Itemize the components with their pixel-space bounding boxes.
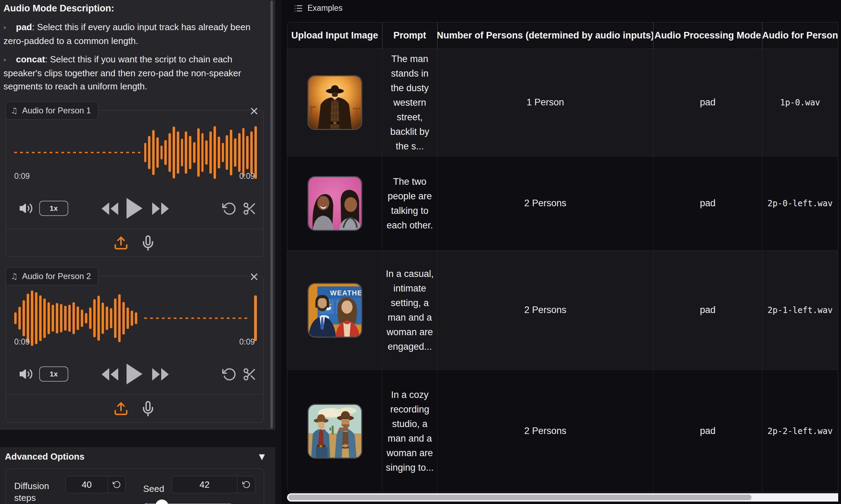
audio-mode-title: Audio Mode Description: (3, 1, 264, 15)
rewind-icon[interactable] (102, 202, 119, 215)
svg-text:WEATHER: WEATHER (330, 289, 361, 297)
example-row-1-mode-cell[interactable]: pad (653, 49, 762, 156)
example-image-pink-duo[interactable] (307, 176, 362, 231)
example-row-3-mode-cell[interactable]: pad (653, 251, 762, 370)
diffusion-steps-input[interactable] (66, 476, 107, 493)
collapse-arrow-icon: ▼ (259, 452, 265, 461)
music-note-icon: ♫ (11, 106, 18, 115)
horizontal-scrollbar-thumb[interactable] (288, 495, 752, 500)
example-row-2-audio-cell[interactable]: 2p-0-left.wav (762, 156, 838, 251)
bullet-concat: ◦concat: Select this if you want the scr… (3, 53, 264, 93)
example-row-3-audio-cell[interactable]: 2p-1-left.wav (762, 251, 838, 370)
example-image-weather-anchors[interactable]: WEATHER (307, 283, 362, 338)
playback-speed-button[interactable]: 1x (39, 201, 68, 216)
column-header-2: Prompt (382, 23, 437, 49)
music-note-icon: ♫ (11, 272, 18, 281)
player-1-controls: 1x (6, 194, 263, 223)
example-row-4-mode-cell[interactable]: pad (653, 370, 762, 492)
advanced-options-title: Advanced Options (5, 451, 85, 462)
example-row-1-image-cell[interactable] (287, 49, 382, 156)
undo-trim-icon[interactable] (222, 367, 237, 382)
left-panel: Audio Mode Description: ◦pad: Select thi… (0, 0, 275, 430)
waveform-2-endbar (254, 295, 257, 341)
play-icon[interactable] (126, 364, 142, 384)
app-root: Audio Mode Description: ◦pad: Select thi… (0, 0, 841, 504)
elapsed-time: 0:09 (14, 337, 30, 347)
diffusion-steps-input-group (66, 476, 126, 493)
example-row-2-image-cell[interactable] (287, 156, 382, 251)
diffusion-steps-label: Diffusion steps (14, 480, 56, 504)
volume-icon[interactable] (19, 201, 33, 215)
upload-audio-icon[interactable] (113, 401, 129, 416)
fast-forward-icon[interactable] (151, 202, 169, 215)
rewind-icon[interactable] (102, 368, 119, 381)
seed-input[interactable] (172, 476, 237, 493)
example-row-2-prompt-cell[interactable]: The two people are talking to each other… (382, 156, 437, 251)
trim-scissors-icon[interactable] (242, 367, 257, 382)
bullet-circle-icon: ◦ (3, 21, 16, 34)
upload-audio-icon[interactable] (113, 235, 129, 251)
example-image-cowboy-sunset[interactable] (307, 75, 362, 130)
audio-player-person-2: ♫ Audio for Person 2 × 0:09 0:09 1x (6, 276, 263, 423)
fast-forward-icon[interactable] (151, 368, 169, 381)
example-row-1-audio-cell[interactable]: 1p-0.wav (762, 49, 838, 156)
player-1-source-row (6, 229, 263, 257)
example-row-2-mode-cell[interactable]: pad (653, 156, 762, 251)
audio-player-2-label: ♫ Audio for Person 2 (6, 267, 98, 285)
example-row-3-persons-cell[interactable]: 2 Persons (437, 251, 653, 370)
example-row-1-persons-cell[interactable]: 1 Person (437, 49, 653, 156)
horizontal-scrollbar[interactable] (287, 493, 838, 502)
seed-input-group (172, 476, 255, 493)
examples-table: Upload Input ImagePromptNumber of Person… (287, 22, 838, 492)
left-panel-scrollbar[interactable] (270, 1, 273, 428)
waveform-2-silence (144, 318, 250, 319)
audio-player-person-1: ♫ Audio for Person 1 × 0:09 0:09 1x (6, 110, 263, 257)
examples-panel: Examples Upload Input ImagePromptNumber … (281, 0, 841, 504)
list-icon (294, 4, 303, 13)
examples-title: Examples (307, 3, 343, 13)
reset-icon[interactable] (107, 476, 125, 493)
example-row-4-prompt-cell[interactable]: In a cozy recording studio, a man and a … (382, 370, 437, 492)
total-time: 0:09 (239, 172, 255, 181)
bullet-pad: ◦pad: Select this if every audio input t… (3, 20, 264, 47)
example-row-4-persons-cell[interactable]: 2 Persons (437, 370, 653, 492)
example-row-1-prompt-cell[interactable]: The man stands in the dusty western stre… (382, 49, 437, 156)
seed-label: Seed (143, 483, 164, 495)
trim-scissors-icon[interactable] (242, 201, 257, 216)
column-header-5: Audio for Person (762, 23, 838, 49)
advanced-options-section: Advanced Options ▼ Diffusion steps Seed (0, 447, 275, 504)
example-row-3-prompt-cell[interactable]: In a casual, intimate setting, a man and… (382, 251, 437, 370)
example-row-2-persons-cell[interactable]: 2 Persons (437, 156, 653, 251)
total-time: 0:09 (239, 337, 255, 347)
advanced-options-header[interactable]: Advanced Options ▼ (5, 451, 265, 462)
play-icon[interactable] (126, 198, 142, 219)
player-2-controls: 1x (6, 359, 263, 389)
microphone-icon[interactable] (140, 235, 156, 251)
clear-audio-2-button[interactable]: × (248, 270, 260, 283)
time-row-1: 0:09 0:09 (14, 172, 255, 181)
audio-player-1-label: ♫ Audio for Person 1 (6, 102, 98, 120)
audio-mode-description: Audio Mode Description: ◦pad: Select thi… (3, 1, 264, 93)
player-2-source-row (6, 395, 263, 423)
volume-icon[interactable] (19, 367, 33, 381)
advanced-options-box: Diffusion steps Seed (6, 469, 264, 504)
playback-speed-button[interactable]: 1x (39, 366, 68, 382)
undo-trim-icon[interactable] (222, 201, 237, 216)
example-row-4-audio-cell[interactable]: 2p-2-left.wav (762, 370, 838, 492)
time-row-2: 0:09 0:09 (14, 337, 255, 347)
reset-icon[interactable] (237, 476, 255, 493)
example-image-cowboy-illustration[interactable] (307, 404, 362, 459)
microphone-icon[interactable] (140, 401, 156, 416)
example-row-4-image-cell[interactable] (287, 370, 382, 492)
column-header-3: Number of Persons (determined by audio i… (437, 23, 653, 49)
clear-audio-1-button[interactable]: × (248, 104, 260, 117)
bullet-circle-icon: ◦ (3, 53, 16, 67)
column-header-1: Upload Input Image (287, 23, 382, 49)
example-row-3-image-cell[interactable]: WEATHER (287, 251, 382, 370)
elapsed-time: 0:09 (14, 172, 30, 181)
column-header-4: Audio Processing Mode (653, 23, 762, 49)
examples-header: Examples (294, 3, 343, 13)
waveform-1-silence (14, 152, 140, 153)
